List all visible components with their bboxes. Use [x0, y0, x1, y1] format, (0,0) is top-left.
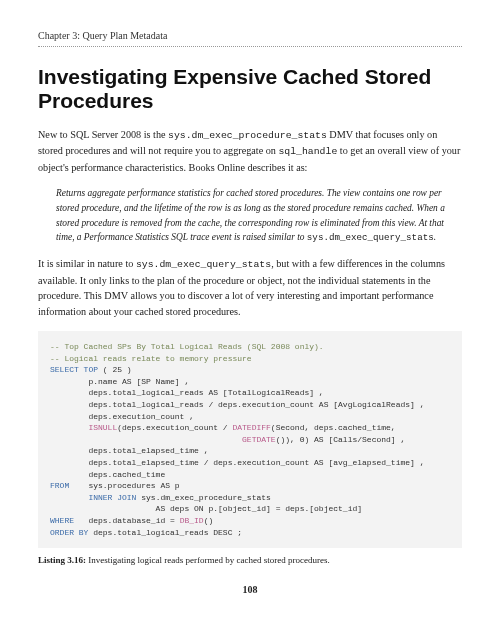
- code-text: deps.total_logical_reads DESC ;: [88, 528, 242, 537]
- code-text: sys.procedures AS p: [69, 481, 179, 490]
- page-number: 108: [38, 582, 462, 597]
- code-keyword: FROM: [50, 481, 69, 490]
- code-function: DB_ID: [180, 516, 204, 525]
- inline-code: sys.dm_exec_procedure_stats: [168, 130, 327, 141]
- code-text: p.name AS [SP Name] ,: [50, 377, 189, 386]
- code-text: deps.total_logical_reads / deps.executio…: [50, 400, 424, 409]
- inline-code: sys.dm_exec_query_stats: [136, 259, 271, 270]
- code-listing: -- Top Cached SPs By Total Logical Reads…: [38, 331, 462, 548]
- code-function: ISNULL: [88, 423, 117, 432]
- listing-label: Listing 3.16:: [38, 555, 86, 565]
- block-quote: Returns aggregate performance statistics…: [56, 186, 462, 245]
- code-text: sys.dm_exec_procedure_stats: [136, 493, 270, 502]
- code-text: deps.total_elapsed_time ,: [50, 446, 208, 455]
- code-keyword: INNER JOIN: [50, 493, 136, 502]
- code-function: DATEDIFF: [232, 423, 270, 432]
- code-keyword: WHERE: [50, 516, 74, 525]
- code-keyword: SELECT TOP: [50, 365, 98, 374]
- code-text: [50, 435, 242, 444]
- code-text: deps.execution_count ,: [50, 412, 194, 421]
- code-comment: -- Logical reads relate to memory pressu…: [50, 354, 252, 363]
- code-text: deps.total_logical_reads AS [TotalLogica…: [50, 388, 324, 397]
- code-text: (deps.execution_count /: [117, 423, 232, 432]
- page-title: Investigating Expensive Cached Stored Pr…: [38, 65, 462, 113]
- code-text: deps.cached_time: [50, 470, 165, 479]
- code-keyword: ORDER BY: [50, 528, 88, 537]
- listing-caption: Listing 3.16: Investigating logical read…: [38, 554, 462, 568]
- code-function: GETDATE: [242, 435, 276, 444]
- code-comment: -- Top Cached SPs By Total Logical Reads…: [50, 342, 324, 351]
- listing-text: Investigating logical reads performed by…: [86, 555, 330, 565]
- code-text: (Second, deps.cached_time,: [271, 423, 396, 432]
- code-text: AS deps ON p.[object_id] = deps.[object_…: [50, 504, 362, 513]
- text: It is similar in nature to: [38, 258, 136, 269]
- code-text: [50, 423, 88, 432]
- chapter-header: Chapter 3: Query Plan Metadata: [38, 28, 462, 47]
- code-text: (): [204, 516, 214, 525]
- code-text: ( 25 ): [98, 365, 132, 374]
- intro-paragraph: New to SQL Server 2008 is the sys.dm_exe…: [38, 127, 462, 175]
- code-text: deps.total_elapsed_time / deps.execution…: [50, 458, 424, 467]
- quote-text: .: [434, 232, 436, 242]
- body-paragraph: It is similar in nature to sys.dm_exec_q…: [38, 256, 462, 320]
- inline-code: sys.dm_exec_query_stats: [307, 232, 434, 243]
- inline-code: sql_handle: [278, 146, 337, 157]
- code-text: ()), 0) AS [Calls/Second] ,: [276, 435, 406, 444]
- text: New to SQL Server 2008 is the: [38, 129, 168, 140]
- code-text: deps.database_id =: [74, 516, 180, 525]
